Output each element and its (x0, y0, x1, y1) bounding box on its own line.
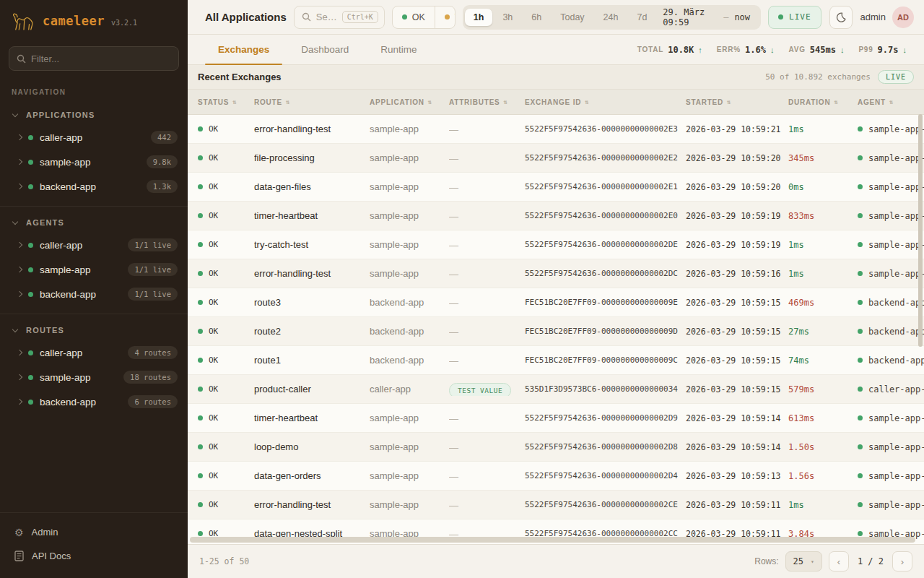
sidebar-item-agents-caller-app[interactable]: caller-app1/1 live (0, 233, 188, 257)
section-header-applications[interactable]: APPLICATIONS (0, 103, 188, 125)
table-row[interactable]: OKloop-demosample-app—5522F5F97542636-00… (188, 433, 924, 462)
date-range-picker[interactable]: 29. März 09:59 — now (657, 7, 759, 27)
time-range-7d[interactable]: 7d (628, 9, 655, 26)
tab-dashboard[interactable]: Dashboard (288, 35, 362, 64)
pagination-controls: Rows: 25 ▾ ‹ 1 / 2 › (754, 551, 912, 571)
table-wrap: OKerror-handling-testsample-app—5522F5F9… (188, 115, 924, 544)
live-label: LIVE (789, 12, 811, 22)
section-label: APPLICATIONS (26, 111, 95, 119)
rows-per-page-select[interactable]: 25 ▾ (785, 551, 822, 571)
table-row[interactable]: OKproduct-callercaller-appTEST VALUE535D… (188, 375, 924, 404)
status-cell: OK (198, 211, 254, 220)
sidebar-item-applications-backend-app[interactable]: backend-app1.3k (0, 174, 188, 199)
column-header-duration[interactable]: DURATION⇅ (788, 98, 858, 106)
exchange-id-cell: 5522F5F97542636-00000000000002D8 (525, 442, 686, 452)
duration-cell: 469ms (788, 298, 858, 308)
duration-cell: 74ms (788, 355, 858, 366)
started-cell: 2026-03-29 10:59:14 (686, 413, 788, 423)
application-cell: caller-app (370, 384, 449, 394)
chevron-right-icon (17, 291, 22, 297)
column-header-started[interactable]: STARTED⇅ (686, 98, 788, 106)
status-cell: OK (198, 240, 254, 249)
duration-cell: 579ms (788, 384, 858, 394)
dark-mode-toggle[interactable] (829, 6, 853, 29)
filter-input[interactable] (31, 53, 161, 64)
no-attributes: — (449, 153, 458, 164)
live-status-badge: LIVE (878, 70, 914, 84)
table-row[interactable]: OKroute3backend-app—FEC51BC20E7FF09-0000… (188, 288, 924, 317)
started-cell: 2026-03-29 10:59:13 (686, 471, 788, 481)
status-dot-icon (28, 160, 33, 165)
search-icon (302, 12, 311, 22)
sort-icon: ⇅ (889, 98, 894, 105)
time-range-1h[interactable]: 1h (465, 9, 493, 26)
time-range-3h[interactable]: 3h (494, 9, 521, 26)
nav-item-badge: 9.8k (147, 155, 178, 168)
live-toggle-button[interactable]: LIVE (768, 6, 821, 29)
user-menu[interactable]: admin AD (860, 7, 914, 28)
time-range-today[interactable]: Today (552, 9, 593, 26)
live-dot-icon (778, 14, 783, 20)
table-row[interactable]: OKfile-processingsample-app—5522F5F97542… (188, 144, 924, 173)
table-row[interactable]: OKtimer-heartbeatsample-app—5522F5F97542… (188, 202, 924, 230)
tab-runtime[interactable]: Runtime (367, 35, 430, 64)
sidebar-filter[interactable] (9, 46, 179, 71)
ok-dot-icon (198, 300, 203, 305)
section-label: ROUTES (26, 326, 64, 335)
horizontal-scrollbar[interactable] (190, 537, 915, 543)
column-header-status[interactable]: STATUS⇅ (198, 98, 254, 106)
section-header-routes[interactable]: ROUTES (0, 319, 188, 340)
column-header-route[interactable]: ROUTE⇅ (254, 98, 370, 106)
route-cell: route1 (254, 355, 370, 366)
no-attributes: — (449, 124, 458, 135)
main-content: All Applications Se… Ctrl+K OKWa 1h3h6hT… (188, 0, 924, 578)
sidebar-item-applications-caller-app[interactable]: caller-app442 (0, 125, 188, 150)
prev-page-button[interactable]: ‹ (829, 551, 849, 571)
sidebar-item-applications-sample-app[interactable]: sample-app9.8k (0, 150, 188, 174)
table-row[interactable]: OKdata-gen-orderssample-app—5522F5F97542… (188, 462, 924, 491)
application-cell: sample-app (370, 181, 449, 192)
tab-exchanges[interactable]: Exchanges (205, 35, 282, 64)
table-row[interactable]: OKerror-handling-testsample-app—5522F5F9… (188, 115, 924, 144)
column-label: DURATION (788, 98, 830, 106)
sidebar-item-admin[interactable]: ⚙ Admin (0, 520, 188, 544)
attributes-cell: — (449, 152, 525, 165)
status-filter-ok[interactable]: OK (393, 7, 435, 28)
column-header-attributes[interactable]: ATTRIBUTES⇅ (449, 98, 525, 106)
next-page-button[interactable]: › (892, 551, 912, 571)
sidebar-item-routes-caller-app[interactable]: caller-app4 routes (0, 340, 188, 365)
started-cell: 2026-03-29 10:59:20 (686, 182, 788, 192)
column-header-exchange-id[interactable]: EXCHANGE ID⇅ (525, 98, 686, 106)
table-row[interactable]: OKerror-handling-testsample-app—5522F5F9… (188, 491, 924, 519)
time-range-24h[interactable]: 24h (595, 9, 627, 26)
ok-dot-icon (198, 444, 203, 449)
agent-label: sample-app-1 (868, 211, 924, 221)
agent-cell: backend-app-1 (858, 298, 924, 308)
exchange-id-cell: 5522F5F97542636-00000000000002E2 (525, 153, 686, 163)
table-row[interactable]: OKtry-catch-testsample-app—5522F5F975426… (188, 230, 924, 259)
column-header-application[interactable]: APPLICATION⇅ (370, 98, 449, 106)
global-search[interactable]: Se… Ctrl+K (294, 6, 385, 29)
navigation-label: NAVIGATION (0, 78, 188, 99)
tabs: ExchangesDashboardRuntime (205, 35, 430, 64)
sidebar-item-agents-sample-app[interactable]: sample-app1/1 live (0, 257, 188, 282)
sidebar-item-api-docs[interactable]: API Docs (0, 544, 188, 568)
table-row[interactable]: OKroute1backend-app—FEC51BC20E7FF09-0000… (188, 346, 924, 375)
table-row[interactable]: OKtimer-heartbeatsample-app—5522F5F97542… (188, 404, 924, 433)
sidebar-item-routes-sample-app[interactable]: sample-app18 routes (0, 365, 188, 389)
sidebar-item-routes-backend-app[interactable]: backend-app6 routes (0, 389, 188, 414)
agent-label: sample-app-1 (868, 500, 924, 510)
section-header-agents[interactable]: AGENTS (0, 211, 188, 233)
agent-label: sample-app-1 (868, 240, 924, 250)
exchange-id-cell: 5522F5F97542636-00000000000002DE (525, 240, 686, 249)
status-filter-wa[interactable]: Wa (435, 7, 456, 28)
table-row[interactable]: OKdata-gen-filessample-app—5522F5F975426… (188, 173, 924, 202)
stat-value: 10.8K (668, 45, 694, 55)
vertical-scrollbar[interactable] (918, 114, 923, 347)
time-range-6h[interactable]: 6h (523, 9, 550, 26)
column-header-agent[interactable]: AGENT⇅ (858, 98, 924, 106)
column-label: AGENT (858, 98, 886, 106)
table-row[interactable]: OKroute2backend-app—FEC51BC20E7FF09-0000… (188, 317, 924, 346)
table-row[interactable]: OKerror-handling-testsample-app—5522F5F9… (188, 259, 924, 288)
sidebar-item-agents-backend-app[interactable]: backend-app1/1 live (0, 282, 188, 306)
